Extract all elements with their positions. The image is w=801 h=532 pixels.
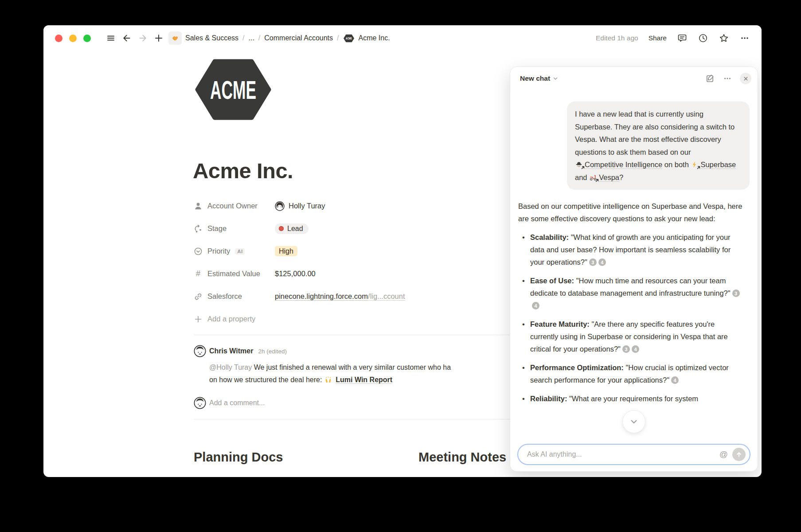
chat-messages: I have a new lead that is currently usin… (510, 90, 758, 439)
send-button[interactable] (732, 448, 746, 461)
breadcrumb-separator: / (242, 34, 244, 42)
status-icon (194, 224, 203, 233)
property-list: Account Owner Holly Turay Stage Lead (194, 195, 557, 330)
breadcrumb: Sales & Success / ... / Commercial Accou… (185, 34, 390, 43)
citation-badge[interactable]: 4 (671, 376, 679, 384)
ai-response: Based on our competitive intelligence on… (517, 200, 750, 405)
property-label: Priority (207, 247, 230, 255)
comment-author: Chris Witmer (209, 347, 253, 355)
new-page-plus-icon[interactable] (152, 31, 166, 45)
plus-icon (194, 315, 203, 324)
acme-logo[interactable]: ACME (195, 59, 271, 122)
chat-header: New chat (510, 67, 758, 90)
property-row-estimated-value[interactable]: # Estimated Value $125,000.00 (194, 262, 557, 285)
new-chat-compose-icon[interactable] (705, 74, 715, 83)
add-property-label: Add a property (207, 315, 255, 323)
page-link-vespa[interactable]: Vespa (589, 173, 619, 181)
scroll-to-bottom-button[interactable] (622, 410, 645, 433)
acme-page-icon: ACME (344, 34, 354, 43)
workspace-emoji-tile[interactable] (168, 31, 182, 45)
traffic-light-minimize[interactable] (69, 35, 77, 42)
property-row-salesforce[interactable]: Salesforce pinecone.lightning.force.com/… (194, 285, 557, 308)
comment-text-line2: on how we structured the deal here: Lumi… (209, 374, 559, 386)
section-meeting-notes: Meeting Notes (418, 450, 506, 465)
svg-text:ACME: ACME (346, 36, 352, 40)
citation-badge[interactable]: 3 (732, 289, 740, 297)
ai-input-bar: @ (517, 444, 750, 465)
mention-at-icon[interactable]: @ (719, 450, 728, 459)
handshake-icon (171, 34, 179, 42)
chevron-down-icon (553, 76, 558, 81)
chat-close-icon[interactable] (740, 73, 751, 84)
number-icon: # (194, 270, 203, 278)
page-link-competitive-intelligence[interactable]: Competitive Intelligence (575, 160, 662, 168)
share-button[interactable]: Share (649, 34, 667, 42)
breadcrumb-item-acme[interactable]: Acme Inc. (358, 34, 390, 42)
breadcrumb-separator: / (258, 34, 260, 42)
sidebar-menu-icon[interactable] (104, 31, 118, 45)
property-row-account-owner[interactable]: Account Owner Holly Turay (194, 195, 557, 217)
property-label: Salesforce (207, 292, 242, 301)
mention-holly[interactable]: @Holly Turay (209, 364, 252, 371)
ai-response-bullets: Scalability: "What kind of growth are yo… (518, 231, 750, 405)
stage-value: Lead (287, 225, 303, 233)
edited-timestamp: Edited 1h ago (596, 34, 638, 42)
citation-badge[interactable]: 4 (632, 345, 639, 353)
breadcrumb-item-commercial-accounts[interactable]: Commercial Accounts (264, 34, 333, 42)
page-link-superbase[interactable]: Superbase (691, 160, 736, 168)
spy-icon (575, 161, 583, 168)
ai-chat-panel: New chat I have a new lead that is cu (510, 66, 758, 472)
chat-more-options-icon[interactable] (723, 74, 732, 83)
page-title[interactable]: Acme Inc. (193, 158, 293, 183)
add-comment-placeholder: Add a comment... (209, 399, 265, 407)
forward-arrow-icon[interactable] (136, 31, 150, 45)
citation-badge[interactable]: 4 (532, 302, 539, 309)
property-row-priority[interactable]: Priority AI High (194, 240, 557, 262)
ask-ai-input[interactable] (526, 450, 717, 459)
comment-block: Chris Witmer 2h (edited) @Holly Turay We… (194, 345, 557, 386)
breadcrumb-item-ellipsis[interactable]: ... (249, 34, 254, 42)
add-comment-row[interactable]: Add a comment... (194, 397, 265, 409)
lead-status-dot (279, 226, 284, 231)
avatar-chris-small (194, 397, 206, 409)
more-options-icon[interactable] (739, 33, 750, 43)
bullet-feature-maturity: Feature Maturity: "Are there any specifi… (518, 318, 750, 355)
ai-response-intro: Based on our competitive intelligence on… (518, 200, 750, 225)
chat-title-dropdown[interactable]: New chat (520, 74, 558, 82)
select-icon (194, 247, 203, 256)
comments-icon[interactable] (677, 33, 688, 43)
salesforce-link[interactable]: pinecone.lightning.force.com/lig...ccoun… (275, 292, 405, 301)
breadcrumb-item-sales-success[interactable]: Sales & Success (185, 34, 238, 42)
account-owner-value: Holly Turay (289, 202, 325, 210)
citation-badge[interactable]: 4 (598, 258, 606, 266)
toolbar: Sales & Success / ... / Commercial Accou… (43, 25, 762, 51)
stage-pill[interactable]: Lead (275, 223, 309, 234)
breadcrumb-separator: / (337, 34, 339, 42)
property-row-stage[interactable]: Stage Lead (194, 217, 557, 240)
citation-badge[interactable]: 3 (589, 258, 597, 266)
ai-property-badge: AI (235, 248, 245, 254)
back-arrow-icon[interactable] (120, 31, 134, 45)
history-clock-icon[interactable] (698, 33, 708, 43)
lumi-win-report-link[interactable]: Lumi Win Report (336, 376, 392, 384)
raising-hands-icon (324, 376, 332, 383)
user-message-bubble: I have a new lead that is currently usin… (567, 102, 750, 190)
bullet-ease-of-use: Ease of Use: "How much time and resource… (518, 274, 750, 312)
property-label: Estimated Value (207, 270, 260, 278)
comment-text-line1: @Holly Turay We just finished a renewal … (209, 361, 559, 374)
favorite-star-icon[interactable] (719, 33, 729, 43)
bullet-scalability: Scalability: "What kind of growth are yo… (518, 231, 750, 268)
comment-timestamp: 2h (edited) (258, 348, 287, 355)
citation-badge[interactable]: 3 (622, 345, 630, 353)
avatar-chris (194, 345, 206, 357)
scooter-icon (590, 174, 597, 181)
traffic-light-close[interactable] (55, 35, 63, 42)
estimated-value: $125,000.00 (275, 270, 316, 278)
add-property-button[interactable]: Add a property (194, 308, 557, 330)
priority-pill[interactable]: High (275, 246, 297, 256)
svg-text:ACME: ACME (210, 75, 256, 104)
section-planning-docs: Planning Docs (194, 450, 283, 465)
property-label: Stage (207, 224, 227, 233)
avatar-holly (275, 201, 285, 211)
traffic-light-zoom[interactable] (83, 35, 91, 42)
